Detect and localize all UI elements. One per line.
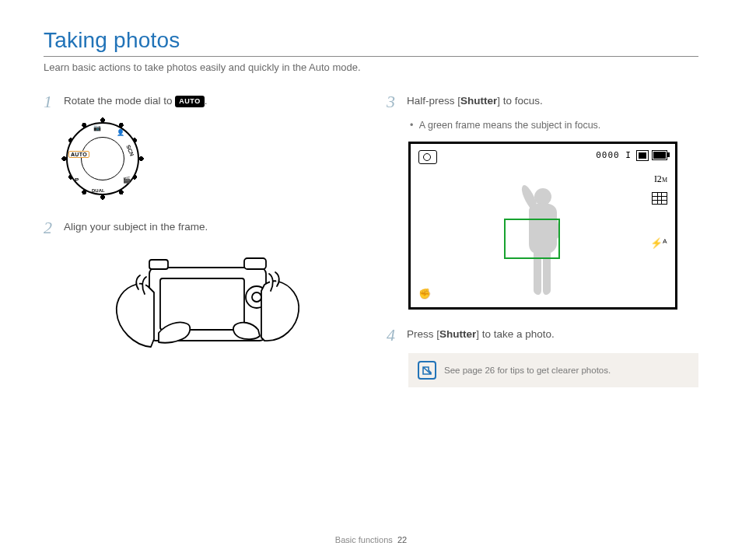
step-number: 1	[44, 93, 56, 110]
tip-text: See page 26 for tips to get clearer phot…	[444, 366, 611, 375]
quality-grid-icon	[652, 192, 667, 205]
tip-box: See page 26 for tips to get clearer phot…	[408, 353, 698, 387]
hands-camera-illustration	[54, 246, 355, 373]
camera-mode-icon	[418, 150, 437, 164]
page-subtitle: Learn basic actions to take photos easil…	[44, 61, 698, 73]
step-number: 2	[44, 219, 56, 236]
svg-point-6	[534, 188, 551, 205]
dial-p-label: P	[75, 177, 79, 184]
step-text: Align your subject in the frame.	[64, 219, 208, 235]
step-3-post: ] to focus.	[497, 95, 543, 107]
step-number: 4	[387, 327, 399, 344]
step-3: 3 Half-press [Shutter] to focus.	[387, 93, 698, 110]
svg-point-3	[252, 292, 261, 302]
svg-rect-4	[149, 260, 168, 269]
step-2: 2 Align your subject in the frame.	[44, 219, 355, 236]
step-4: 4 Press [Shutter] to take a photo.	[387, 327, 698, 344]
page-number: 22	[397, 535, 407, 544]
lcd-preview-illustration: 0000 I I2M ⚡ᴬ ✊	[408, 142, 677, 310]
svg-rect-5	[244, 258, 266, 269]
footer-section: Basic functions	[335, 535, 393, 544]
svg-rect-1	[160, 278, 244, 330]
shutter-label: Shutter	[460, 95, 497, 107]
step-text: Rotate the mode dial to AUTO.	[64, 93, 207, 109]
steady-icon: ✊	[418, 288, 431, 299]
auto-badge-icon: AUTO	[175, 96, 204, 107]
flash-auto-icon: ⚡ᴬ	[650, 237, 667, 249]
step-3-bullet: A green frame means the subject in focus…	[410, 120, 698, 131]
step-1-post: .	[205, 95, 208, 107]
page-footer: Basic functions 22	[0, 535, 742, 544]
quality-icon	[636, 150, 649, 161]
dial-dual-label: DUAL	[92, 188, 105, 193]
page-title: Taking photos	[44, 28, 698, 57]
step-1-pre: Rotate the mode dial to	[64, 95, 175, 107]
battery-icon	[652, 150, 667, 160]
step-4-post: ] to take a photo.	[476, 328, 555, 340]
step-text: Half-press [Shutter] to focus.	[407, 93, 543, 109]
shot-counter: 0000 I	[596, 150, 632, 160]
step-1: 1 Rotate the mode dial to AUTO.	[44, 93, 355, 110]
mode-dial-illustration: AUTO P DUAL 🎬 SCN 👤 📷	[64, 120, 142, 198]
dial-video-icon: 🎬	[123, 177, 131, 184]
note-icon	[418, 361, 436, 380]
dial-night-icon: 📷	[93, 124, 101, 131]
step-3-pre: Half-press [	[407, 95, 460, 107]
left-column: 1 Rotate the mode dial to AUTO. AUTO P D…	[44, 93, 355, 395]
step-number: 3	[387, 93, 399, 110]
focus-frame	[504, 219, 560, 259]
right-column: 3 Half-press [Shutter] to focus. A green…	[387, 93, 698, 395]
dial-scene-icon: 👤	[117, 129, 124, 136]
step-text: Press [Shutter] to take a photo.	[407, 327, 555, 342]
shutter-label: Shutter	[439, 328, 476, 340]
step-4-pre: Press [	[407, 328, 439, 340]
dial-auto-icon: AUTO	[68, 151, 89, 158]
megapixel-label: I2M	[654, 173, 667, 185]
